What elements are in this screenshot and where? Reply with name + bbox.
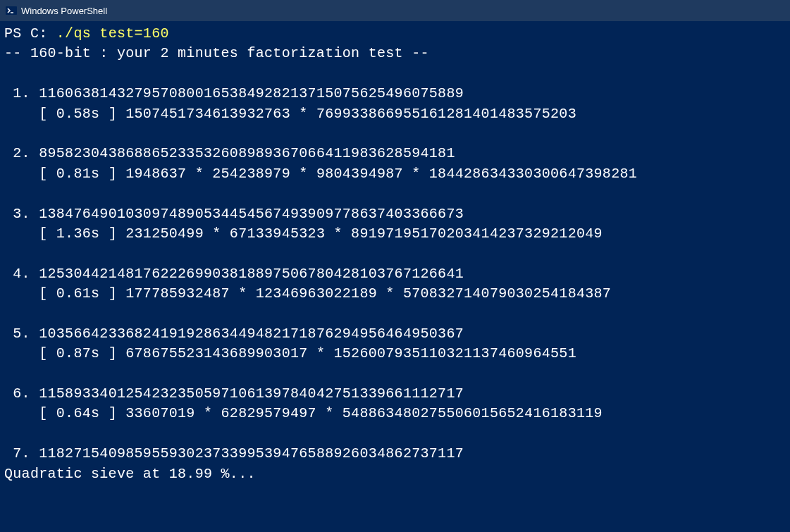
entry-index: 1. (4, 85, 30, 101)
entry-index: 4. (4, 266, 30, 282)
command-args: test=160 (91, 25, 169, 42)
entry-number: 1158933401254232350597106139784042751339… (39, 385, 464, 402)
blank-line (4, 424, 786, 444)
entry-number: 1035664233682419192863449482171876294956… (39, 326, 464, 342)
blank-line (4, 244, 786, 264)
entry-factors: 678675523143689903017 * 1526007935110321… (125, 345, 576, 361)
window-title: Windows PowerShell (21, 6, 107, 16)
entry-time: 1.36s (56, 225, 100, 242)
entry-index: 2. (4, 145, 30, 161)
entry-time: 0.58s (56, 106, 100, 122)
entry-time: 0.87s (56, 345, 100, 361)
entry-time: 0.81s (56, 166, 100, 182)
entry-number: 1182715409859559302373399539476588926034… (39, 445, 464, 462)
entry-factors: 177785932487 * 12346963022189 * 57083271… (125, 285, 611, 302)
entry-index: 3. (4, 206, 30, 222)
entry-time: 0.61s (56, 285, 100, 302)
prompt: PS C: (4, 25, 56, 42)
entry-number: 1253044214817622269903818897506780428103… (39, 266, 464, 282)
entry-number: 1384764901030974890534454567493909778637… (39, 206, 464, 222)
entry-index: 6. (4, 385, 30, 402)
blank-line (4, 364, 786, 384)
blank-line (4, 184, 786, 204)
svg-rect-0 (6, 6, 17, 15)
blank-line (4, 304, 786, 323)
window-titlebar[interactable]: Windows PowerShell (0, 0, 790, 21)
entry-factors: 33607019 * 62829579497 * 548863480275506… (125, 405, 603, 421)
entry-time: 0.64s (56, 405, 100, 421)
blank-line (4, 64, 786, 84)
entry-factors: 1948637 * 254238979 * 9804394987 * 18442… (125, 166, 637, 182)
progress-line: Quadratic sieve at 18.99 %... (4, 464, 786, 484)
entry-factors: 1507451734613932763 * 769933866955161281… (125, 106, 576, 122)
entry-number: 8958230438688652335326089893670664119836… (39, 145, 455, 161)
blank-line (4, 124, 786, 144)
powershell-icon (6, 5, 17, 16)
entry-factors: 231250499 * 67133945323 * 89197195170203… (125, 225, 603, 242)
test-header: -- 160-bit : your 2 minutes factorizatio… (4, 44, 786, 63)
entry-number: 1160638143279570800165384928213715075625… (39, 85, 464, 101)
entry-index: 5. (4, 326, 30, 342)
command: ./qs (56, 25, 91, 42)
entry-index: 7. (4, 445, 30, 462)
terminal-output[interactable]: PS C: ./qs test=160-- 160-bit : your 2 m… (0, 21, 790, 487)
